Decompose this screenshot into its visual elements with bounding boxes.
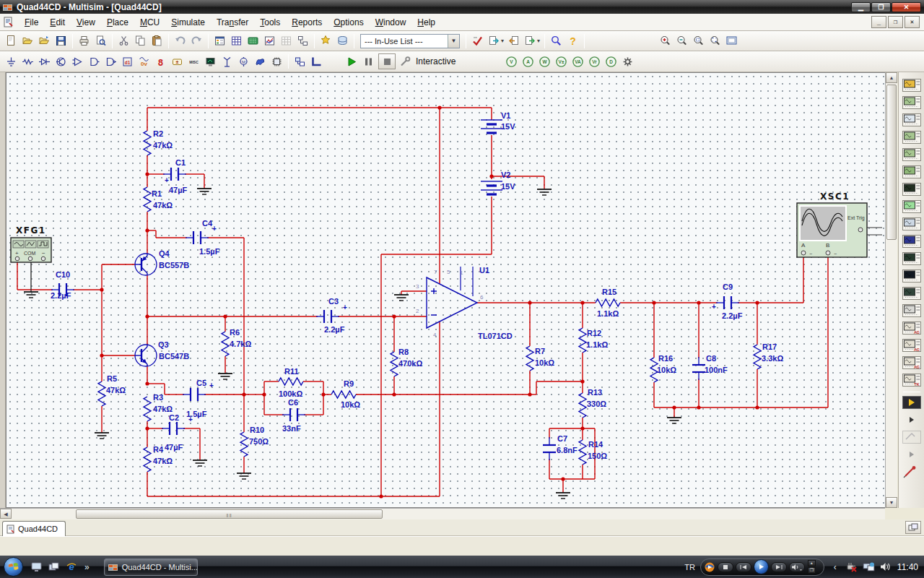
print-preview-icon[interactable] (92, 33, 109, 49)
taskbar-clock[interactable]: 11:40 (897, 562, 918, 572)
simulate-run-button[interactable] (344, 53, 360, 70)
hierarchical-block-icon[interactable] (292, 53, 308, 70)
component-R6[interactable]: R64.7kΩ (222, 328, 251, 356)
word-generator-icon[interactable] (902, 199, 922, 214)
indicator-icon[interactable]: 8 (152, 53, 169, 70)
tray-collapse-chevron[interactable]: ‹ (834, 562, 837, 572)
menu-simulate[interactable]: Simulate (165, 15, 211, 30)
component-C10[interactable]: C102.2µF (51, 270, 74, 300)
logic-analyzer-icon[interactable] (902, 233, 922, 249)
menu-reports[interactable]: Reports (286, 15, 328, 30)
frequency-counter-icon[interactable] (902, 181, 922, 197)
fullscreen-icon[interactable] (723, 33, 740, 49)
open-sample-icon[interactable] (36, 33, 53, 49)
scroll-left-arrow[interactable]: ◀ (0, 509, 12, 519)
menu-place[interactable]: Place (101, 15, 134, 30)
component-C6[interactable]: C633nF (282, 398, 305, 433)
component-C9[interactable]: +C92.2µF (712, 282, 743, 320)
mcu-icon[interactable] (269, 53, 285, 70)
zoom-fit-icon[interactable] (707, 33, 723, 49)
export-netlist-icon[interactable] (522, 33, 539, 49)
elvis-expand-arrow-icon[interactable] (902, 447, 922, 462)
redo-icon[interactable] (188, 33, 205, 49)
cut-icon[interactable] (116, 33, 132, 49)
simulate-pause-button[interactable] (360, 53, 377, 70)
menu-view[interactable]: View (71, 15, 101, 30)
four-channel-oscilloscope-icon[interactable] (902, 147, 922, 162)
agilent-function-generator-icon[interactable]: AG (902, 320, 922, 335)
ni-elvis-icon[interactable] (902, 429, 922, 444)
document-icon[interactable] (3, 17, 14, 28)
distortion-analyzer-icon[interactable] (902, 268, 922, 283)
erc-icon[interactable] (469, 33, 486, 49)
export-netlist-dropdown-arrow[interactable]: ▾ (537, 38, 540, 44)
cmos-icon[interactable] (103, 53, 119, 70)
find-icon[interactable] (548, 33, 565, 49)
component-R13[interactable]: R13330Ω (579, 388, 606, 418)
logic-converter-icon[interactable] (902, 216, 922, 231)
probe-voltage-current-icon[interactable]: VA (570, 53, 586, 70)
network-analyzer-icon[interactable] (902, 303, 922, 318)
mixed-icon[interactable]: 0v (136, 53, 152, 70)
function-generator-icon[interactable] (902, 95, 922, 110)
transfer-forward-dropdown-arrow[interactable]: ▾ (501, 38, 504, 44)
component-V1[interactable]: V115V (481, 111, 515, 133)
zoom-out-icon[interactable] (674, 33, 690, 49)
sheet-tab-quad44cd[interactable]: Quad44CD (2, 521, 66, 536)
minimize-button[interactable]: ▁ (851, 2, 871, 12)
component-R12[interactable]: R121.1kΩ (579, 328, 608, 353)
interactive-simulation-label[interactable]: Interactive (416, 56, 456, 66)
component-C1[interactable]: +C147µF (163, 158, 188, 194)
quicklaunch-overflow-chevron[interactable]: » (84, 562, 90, 572)
component-C2[interactable]: +C247µF (162, 413, 193, 452)
component-V2[interactable]: V215V (481, 171, 515, 194)
schematic-svg[interactable]: R247kΩR147kΩR547kΩR347kΩR447kΩR64.7kΩR10… (6, 73, 886, 509)
zoom-in-icon[interactable] (657, 33, 674, 49)
probe-voltage-reference-icon[interactable]: Vr (586, 53, 603, 70)
transfer-back-icon[interactable] (505, 33, 522, 49)
wmp-next-button[interactable] (771, 562, 787, 572)
in-use-list-dropdown[interactable]: --- In-Use List ---▼ (360, 34, 460, 48)
switch-windows-icon[interactable] (46, 559, 62, 575)
component-R15[interactable]: R151.1kΩ (596, 288, 620, 318)
copy-icon[interactable] (132, 33, 149, 49)
component-R10[interactable]: R10750Ω (240, 426, 269, 457)
open-icon[interactable] (19, 33, 36, 49)
menu-file[interactable]: File (19, 15, 44, 30)
tektronix-oscilloscope-icon[interactable]: TK (902, 372, 922, 387)
language-indicator[interactable]: TR (684, 563, 695, 571)
instrument-XSC1[interactable]: Ext TrigAB−−XSC1 (797, 191, 867, 257)
rf-icon[interactable] (219, 53, 235, 70)
labview-instruments-icon[interactable] (902, 394, 922, 410)
wmp-icon[interactable] (704, 561, 715, 573)
menu-transfer[interactable]: Transfer (211, 15, 254, 30)
component-C5[interactable]: +C51.5µF (183, 379, 214, 418)
bode-plotter-icon[interactable] (902, 164, 922, 179)
spreadsheet-view-icon[interactable] (228, 33, 245, 49)
postprocessor-icon[interactable] (278, 33, 295, 49)
component-Q3[interactable]: Q3BC547B (135, 340, 189, 366)
agilent-multimeter-icon[interactable]: AG (902, 337, 922, 353)
probe-current-icon[interactable]: A (520, 53, 536, 70)
component-R17[interactable]: R173.3kΩ (754, 342, 783, 369)
instrument-XFG1[interactable]: +COM−XFG1 (11, 225, 51, 262)
probe-power-icon[interactable]: W (536, 53, 553, 70)
transistor-icon[interactable] (53, 53, 69, 70)
close-button[interactable]: ✕ (892, 2, 921, 12)
horizontal-scroll-thumb[interactable]: ‖‖ (76, 509, 383, 519)
spectrum-analyzer-icon[interactable] (902, 285, 922, 301)
scroll-up-arrow[interactable]: ▲ (886, 72, 897, 83)
component-R7[interactable]: R710kΩ (526, 346, 554, 371)
breadboard-icon[interactable] (245, 33, 261, 49)
paste-icon[interactable] (149, 33, 165, 49)
probe-digital-icon[interactable]: D (603, 53, 619, 70)
component-Q4[interactable]: Q4BC557B (135, 249, 189, 275)
vertical-scroll-thumb[interactable] (886, 85, 897, 240)
horizontal-scrollbar[interactable]: ◀ ‖‖ (0, 508, 885, 519)
component-C8[interactable]: C8100nF (692, 354, 728, 380)
grapher-icon[interactable] (261, 33, 278, 49)
undo-icon[interactable] (172, 33, 188, 49)
peripherals-icon[interactable] (202, 53, 219, 70)
interactive-simulation-icon[interactable] (397, 53, 414, 70)
print-icon[interactable] (76, 33, 92, 49)
